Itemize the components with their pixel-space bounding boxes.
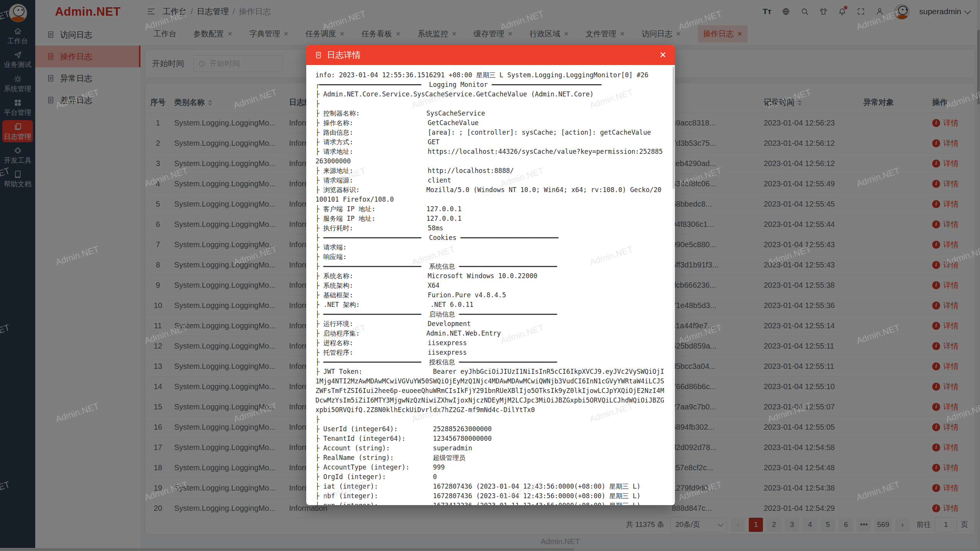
modal-header: 日志详情 ✕: [306, 45, 675, 65]
document-icon: [315, 51, 322, 59]
close-icon[interactable]: ✕: [660, 51, 666, 59]
modal-body: info: 2023-01-04 12:55:36.1516291 +08:00…: [306, 65, 672, 505]
modal-title: 日志详情: [327, 49, 361, 61]
log-text: info: 2023-01-04 12:55:36.1516291 +08:00…: [315, 70, 665, 505]
log-detail-modal: 日志详情 ✕ info: 2023-01-04 12:55:36.1516291…: [306, 45, 675, 505]
modal-scrollbar[interactable]: [673, 67, 675, 504]
